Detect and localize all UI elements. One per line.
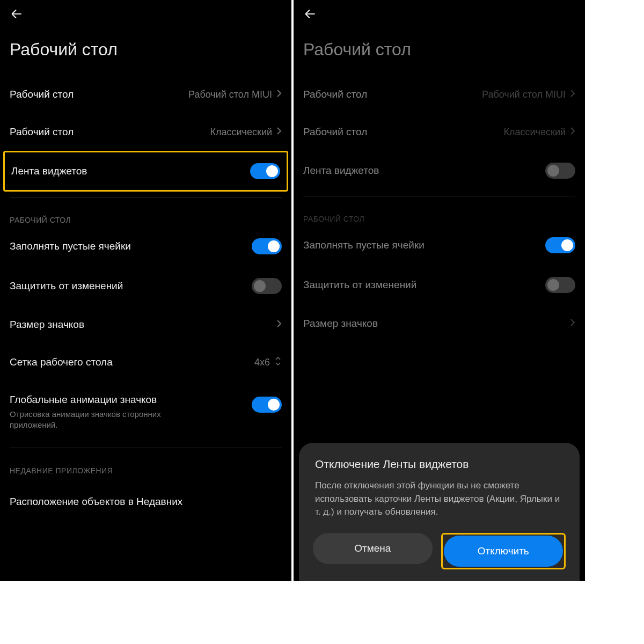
confirm-button[interactable]: Отключить: [444, 536, 564, 567]
page-title: Рабочий стол: [0, 30, 291, 76]
back-arrow-icon: [10, 7, 24, 23]
row-label: Защитить от изменений: [10, 280, 123, 293]
row-icon-size[interactable]: Размер значков: [294, 305, 585, 342]
confirm-dialog: Отключение Ленты виджетов После отключен…: [299, 443, 580, 581]
divider: [10, 448, 282, 448]
row-label: Сетка рабочего стола: [10, 356, 113, 369]
highlight-widget-feed: Лента виджетов: [3, 151, 288, 192]
back-arrow-icon: [303, 7, 317, 23]
section-recent: НЕДАВНИЕ ПРИЛОЖЕНИЯ: [0, 453, 291, 477]
row-value: 4x6: [254, 357, 270, 368]
row-lock[interactable]: Защитить от изменений: [0, 266, 291, 306]
toggle-lock[interactable]: [252, 278, 282, 294]
chevron-right-icon: [570, 127, 575, 138]
row-value: Классический: [210, 127, 272, 138]
row-value: Рабочий стол MIUI: [482, 89, 566, 100]
row-mode[interactable]: Рабочий стол Классический: [0, 113, 291, 151]
back-button[interactable]: [0, 0, 291, 30]
toggle-widget-feed[interactable]: [250, 163, 280, 179]
row-fill-cells[interactable]: Заполнять пустые ячейки: [294, 225, 585, 265]
row-mode[interactable]: Рабочий стол Классический: [294, 113, 585, 151]
screenshot-right: Рабочий стол Рабочий стол Рабочий стол M…: [294, 0, 585, 581]
row-recent-layout[interactable]: Расположение объектов в Недавних: [0, 477, 291, 515]
row-icon-size[interactable]: Размер значков: [0, 306, 291, 343]
dialog-title: Отключение Ленты виджетов: [313, 458, 566, 471]
screenshot-left: Рабочий стол Рабочий стол Рабочий стол M…: [0, 0, 291, 581]
cancel-button[interactable]: Отмена: [313, 533, 433, 564]
row-label: Защитить от изменений: [303, 279, 416, 292]
toggle-fill-cells[interactable]: [252, 238, 282, 254]
divider: [303, 196, 575, 196]
row-launcher[interactable]: Рабочий стол Рабочий стол MIUI: [0, 76, 291, 113]
row-label: Лента виджетов: [303, 164, 379, 178]
row-label: Заполнять пустые ячейки: [303, 239, 425, 252]
row-label: Рабочий стол: [303, 88, 367, 101]
toggle-global-anim[interactable]: [252, 397, 282, 413]
row-value: Рабочий стол MIUI: [188, 89, 272, 100]
section-desktop: РАБОЧИЙ СТОЛ: [294, 202, 585, 225]
back-button[interactable]: [294, 0, 585, 30]
row-label: Лента виджетов: [11, 165, 87, 178]
row-label: Размер значков: [10, 318, 84, 332]
page-title: Рабочий стол: [294, 30, 585, 76]
highlight-confirm: Отключить: [441, 533, 566, 569]
chevron-right-icon: [276, 127, 282, 138]
chevron-right-icon: [276, 89, 282, 100]
toggle-lock[interactable]: [545, 277, 575, 293]
row-launcher[interactable]: Рабочий стол Рабочий стол MIUI: [294, 76, 585, 113]
row-subtitle: Отрисовка анимации значков сторонних при…: [10, 409, 187, 431]
row-label: Размер значков: [303, 317, 378, 331]
divider: [10, 197, 282, 197]
toggle-widget-feed[interactable]: [545, 163, 575, 179]
chevron-right-icon: [276, 319, 282, 331]
row-widget-feed[interactable]: Лента виджетов: [294, 151, 585, 191]
chevron-right-icon: [570, 318, 575, 330]
row-grid[interactable]: Сетка рабочего стола 4x6: [0, 343, 291, 382]
row-label: Рабочий стол: [10, 88, 74, 101]
row-label: Заполнять пустые ячейки: [10, 240, 131, 253]
toggle-fill-cells[interactable]: [545, 237, 575, 253]
row-value: Классический: [504, 127, 566, 138]
dialog-body: После отключения этой функции вы не смож…: [313, 479, 566, 519]
chevron-right-icon: [570, 89, 575, 100]
row-label: Глобальные анимации значков: [10, 393, 187, 407]
row-widget-feed[interactable]: Лента виджетов: [5, 152, 287, 190]
stepper-icon: [274, 355, 282, 370]
row-label: Рабочий стол: [303, 126, 367, 139]
row-lock[interactable]: Защитить от изменений: [294, 265, 585, 305]
row-global-anim[interactable]: Глобальные анимации значков Отрисовка ан…: [0, 382, 291, 442]
row-label: Расположение объектов в Недавних: [10, 495, 182, 509]
section-desktop: РАБОЧИЙ СТОЛ: [0, 203, 291, 226]
row-fill-cells[interactable]: Заполнять пустые ячейки: [0, 226, 291, 266]
row-label: Рабочий стол: [10, 126, 74, 139]
